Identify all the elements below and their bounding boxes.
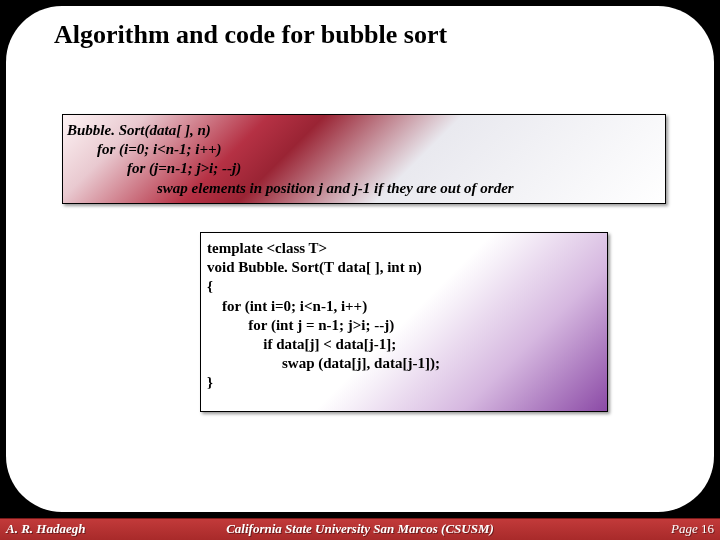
code-box: template <class T> void Bubble. Sort(T d… xyxy=(200,232,608,412)
code-line-6: if data[j] < data[j-1]; xyxy=(207,336,396,352)
pseudo-line-4: swap elements in position j and j-1 if t… xyxy=(67,180,514,196)
pseudocode-text: Bubble. Sort(data[ ], n) for (i=0; i<n-1… xyxy=(63,115,665,203)
pseudo-line-1: Bubble. Sort(data[ ], n) xyxy=(67,122,211,138)
pseudo-line-2: for (i=0; i<n-1; i++) xyxy=(67,141,222,157)
footer-university: California State University San Marcos (… xyxy=(226,521,494,537)
code-line-4: for (int i=0; i<n-1, i++) xyxy=(207,298,367,314)
footer-page-label: Page xyxy=(671,521,698,536)
footer-bar: A. R. Hadaegh California State Universit… xyxy=(0,518,720,540)
pseudo-line-3: for (j=n-1; j>i; --j) xyxy=(67,160,241,176)
footer-page: Page 16 xyxy=(671,521,714,537)
code-line-8: } xyxy=(207,374,213,390)
page-title: Algorithm and code for bubble sort xyxy=(54,20,447,50)
code-line-2: void Bubble. Sort(T data[ ], int n) xyxy=(207,259,422,275)
footer-author: A. R. Hadaegh xyxy=(6,521,85,537)
slide-card: Algorithm and code for bubble sort Bubbl… xyxy=(6,6,714,512)
code-line-7: swap (data[j], data[j-1]); xyxy=(207,355,440,371)
pseudocode-box: Bubble. Sort(data[ ], n) for (i=0; i<n-1… xyxy=(62,114,666,204)
code-line-1: template <class T> xyxy=(207,240,327,256)
footer-page-number: 16 xyxy=(701,521,714,536)
code-line-5: for (int j = n-1; j>i; --j) xyxy=(207,317,394,333)
code-line-3: { xyxy=(207,278,213,294)
